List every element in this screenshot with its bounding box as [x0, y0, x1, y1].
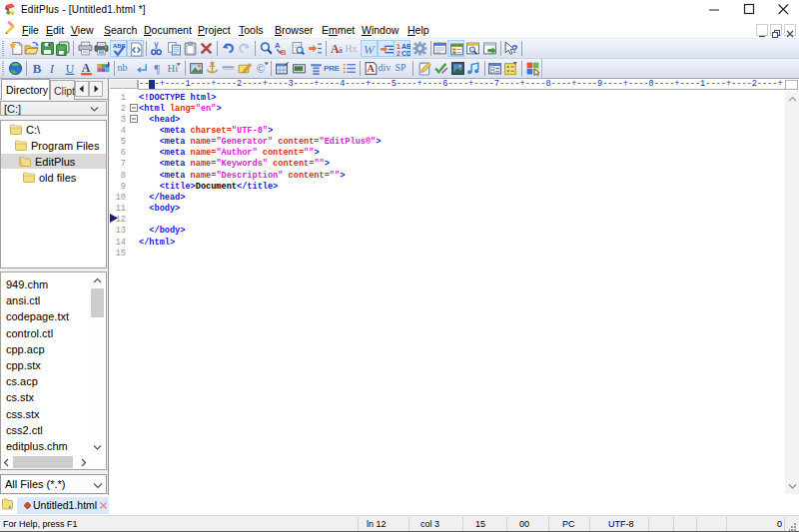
- svg-text:A: A: [367, 62, 375, 74]
- svg-text:I: I: [49, 62, 55, 76]
- svg-text:©: ©: [256, 63, 265, 76]
- svg-text:CD: CD: [401, 50, 410, 57]
- svg-text:2: 2: [397, 50, 400, 57]
- svg-text:Hi: Hi: [168, 62, 179, 74]
- svg-text:ä: ä: [339, 45, 343, 55]
- svg-text:U: U: [66, 63, 75, 76]
- svg-text:AB: AB: [401, 43, 410, 50]
- svg-text:W: W: [364, 43, 376, 57]
- svg-text:Hx: Hx: [346, 43, 358, 54]
- svg-text:¶: ¶: [154, 62, 160, 76]
- svg-text:B: B: [33, 62, 42, 76]
- svg-text:?: ?: [511, 43, 518, 55]
- svg-text:1: 1: [397, 43, 400, 50]
